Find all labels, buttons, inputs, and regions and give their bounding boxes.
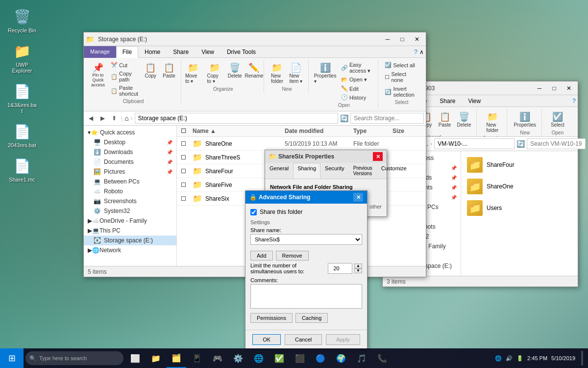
search-field-2[interactable] [527,138,586,149]
open-button[interactable]: 📂 Open ▾ [339,76,375,84]
tab2-view[interactable]: View [462,95,487,107]
up-button[interactable]: ⬆ [109,113,119,123]
taskbar-search-box[interactable]: 🔍 Type here to search [25,351,123,365]
forward-button[interactable]: ▶ [98,113,107,123]
tab-share[interactable]: Share [167,46,195,58]
header-type[interactable]: Type [353,128,392,134]
share-folder-checkbox[interactable] [250,209,257,215]
taskbar-phone2[interactable]: 📞 [372,348,392,368]
desktop-icon-uwp[interactable]: 📁 UWP Explorer [5,39,39,76]
tab-view[interactable]: View [195,46,220,58]
advanced-close-button[interactable]: ✕ [353,193,363,202]
battery-tray-icon[interactable]: 🔋 [516,355,523,362]
tab-customize[interactable]: Customize [377,163,411,179]
sidebar-onedrive[interactable]: ▶ ☁️ OneDrive - Family [84,216,176,226]
paste2-button[interactable]: 📋 Paste [436,110,454,133]
header-date[interactable]: Date modified [285,128,353,134]
ok-button[interactable]: OK [252,334,281,345]
permissions-button[interactable]: Permissions [250,313,293,323]
taskbar-chrome[interactable]: 🌍 [331,348,351,368]
window2-maximize-button[interactable]: □ [547,83,561,94]
header-name[interactable]: Name ▲ [193,128,285,134]
sidebar-item-roboto[interactable]: ☁️ Roboto [84,186,176,196]
spinner-up-button[interactable]: ▲ [354,263,362,268]
collapse-ribbon-icon[interactable]: ∧ [419,49,424,55]
window1-close-button[interactable]: ✕ [410,34,424,45]
tab-manage[interactable]: Manage [84,46,116,58]
sidebar-item-desktop[interactable]: 🖥️ Desktop 📌 [84,137,176,147]
address-field-2[interactable] [434,138,514,149]
taskbar-terminal[interactable]: ⬛ [290,348,310,368]
refresh2-button[interactable]: 🔄 [516,140,525,148]
desktop-icon-file1[interactable]: 📄 1&3&ires.bat [5,79,39,116]
tray-date[interactable]: 5/10/2019 [551,355,575,361]
cancel-button[interactable]: Cancel [285,334,322,345]
window1-minimize-button[interactable]: ─ [381,34,394,45]
sharesix-close-button[interactable]: ✕ [373,152,383,161]
comments-textarea[interactable] [250,284,362,309]
sidebar-item-system32[interactable]: ⚙️ System32 [84,206,176,216]
tab-home[interactable]: Home [138,46,167,58]
copy-path-button[interactable]: 📋 Copy path [108,70,141,83]
tab-previous-versions[interactable]: Previous Versions [349,163,377,179]
taskbar-music[interactable]: 🎵 [352,348,371,368]
properties-button[interactable]: ℹ️ Properties ▾ [313,61,338,102]
sidebar-item-screenshots[interactable]: 📷 Screenshots [84,196,176,206]
select2-button[interactable]: ☑️ Select [548,110,567,129]
add-button[interactable]: Add [250,251,273,261]
easy-access-button[interactable]: 🔗 Easy access ▾ [339,61,375,75]
list-item[interactable]: 📁 ShareOne [465,177,574,196]
sidebar-this-pc[interactable]: ▶ 💻 This PC [84,226,176,236]
move-to-button[interactable]: 📁 Move to ▾ [183,61,204,85]
delete2-button[interactable]: 🗑️ Delete [455,110,474,133]
tab-drive-tools[interactable]: Drive Tools [220,46,262,58]
caching-button[interactable]: Caching [295,313,328,323]
refresh-button[interactable]: 🔄 [340,114,348,122]
new-item-button[interactable]: 📄 New item ▾ [287,61,305,85]
help-icon-2[interactable]: ? [572,98,576,105]
address-field[interactable] [135,113,338,124]
table-row[interactable]: ☐ 📁ShareOne 5/10/2019 10:13 AM File fold… [177,137,426,151]
tab2-share[interactable]: Share [433,95,462,107]
copy-button[interactable]: 📋 Copy [142,61,159,98]
limit-input[interactable] [328,263,352,274]
sidebar-item-downloads[interactable]: ⬇️ Downloads 📌 [84,147,176,157]
apply-button[interactable]: Apply [326,334,360,345]
window2-minimize-button[interactable]: ─ [533,83,546,94]
taskbar-phone[interactable]: 📱 [187,348,207,368]
sidebar-item-between-pcs[interactable]: 💻 Between PCs [84,177,176,186]
tab-security[interactable]: Security [320,163,349,179]
taskbar-file-explorer[interactable]: 📁 [146,348,166,368]
sidebar-item-storage[interactable]: 💽 Storage space (E:) [84,236,176,245]
remove-button[interactable]: Remove [276,251,309,261]
delete-button[interactable]: 🗑️ Delete [226,61,244,85]
rename-button[interactable]: ✏️ Rename [245,61,263,85]
history-button[interactable]: 🕐 History [339,93,375,102]
new-folder2-button[interactable]: 📁 Newfolder [484,110,501,134]
network-tray-icon[interactable]: 🌐 [495,355,502,362]
desktop-icon-share[interactable]: 📄 Share1.mc [5,154,39,184]
tab-file[interactable]: File [116,46,138,58]
desktop-icon-recycle-bin[interactable]: 🗑️ Recycle Bin [5,5,39,35]
share-folder-row[interactable]: Share this folder [250,209,362,215]
tab-general[interactable]: General [265,163,293,179]
cut-button[interactable]: ✂️ Cut [108,61,141,69]
list-item[interactable]: 📁 ShareFour [465,155,574,175]
invert-selection-button[interactable]: 🔄 Invert selection [382,85,421,99]
sidebar-item-documents[interactable]: 📄 Documents 📌 [84,157,176,167]
tray-time[interactable]: 2:45 PM [527,355,547,361]
sidebar-item-pictures[interactable]: 🖼️ Pictures 📌 [84,167,176,177]
back-button[interactable]: ◀ [86,113,96,123]
paste-shortcut-button[interactable]: 📋 Paste shortcut [108,84,141,98]
desktop-icon-file2[interactable]: 📄 2043res.bat [5,120,39,150]
select-all-button[interactable]: ☑️ Select all [382,61,421,69]
window2-close-button[interactable]: ✕ [562,83,576,94]
help-icon[interactable]: ? [414,49,417,55]
share-name-select[interactable]: ShareSix$ [250,234,362,245]
taskbar-file-explorer-2[interactable]: 🗂️ [167,348,186,368]
pin-to-quick-access-button[interactable]: 📌 Pin to Quickaccess [89,61,107,98]
taskbar-checked[interactable]: ✅ [270,348,289,368]
properties2-button[interactable]: ℹ️ Properties [511,110,539,129]
show-desktop-button[interactable] [581,351,583,366]
start-button[interactable]: ⊞ [0,348,24,368]
